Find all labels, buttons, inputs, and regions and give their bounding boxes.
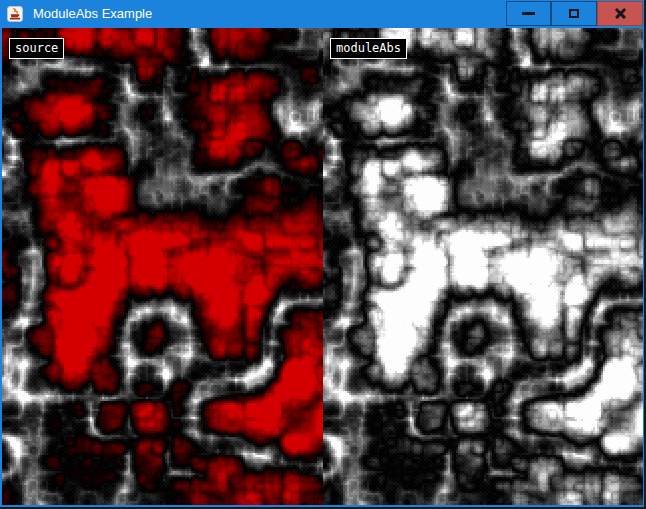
minimize-icon xyxy=(522,12,535,15)
source-label: source xyxy=(9,38,64,59)
java-icon xyxy=(7,6,23,22)
window-title: ModuleAbs Example xyxy=(33,0,152,28)
minimize-button[interactable] xyxy=(506,1,551,26)
moduleabs-panel: moduleAbs xyxy=(323,28,643,505)
source-panel: source xyxy=(2,28,323,505)
close-button[interactable] xyxy=(597,1,643,26)
title-bar[interactable]: ModuleAbs Example xyxy=(0,0,646,28)
moduleabs-label: moduleAbs xyxy=(330,38,407,59)
image-area: source moduleAbs xyxy=(2,28,643,505)
window-controls xyxy=(506,1,643,26)
maximize-button[interactable] xyxy=(551,1,597,26)
source-image xyxy=(2,28,323,505)
close-icon xyxy=(614,7,627,20)
app-window: ModuleAbs Example source moduleAbs xyxy=(0,0,646,509)
moduleabs-image xyxy=(323,28,643,505)
maximize-icon xyxy=(569,9,579,18)
